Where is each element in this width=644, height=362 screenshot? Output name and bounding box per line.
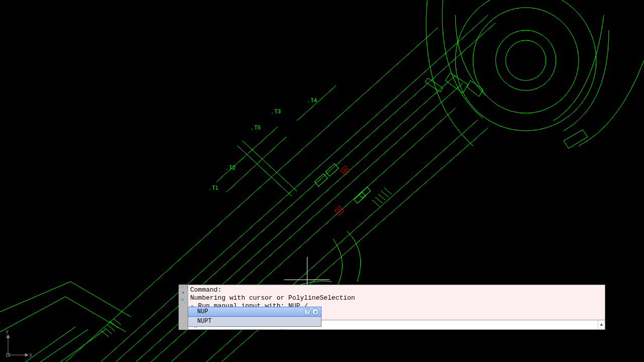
svg-line-29 [111, 322, 118, 328]
command-expand-icon[interactable]: ▲ [598, 320, 605, 329]
point-label-t2: T2 [229, 164, 235, 170]
autocomplete-label: NUP [197, 308, 208, 315]
history-line: Command: [190, 286, 603, 294]
svg-point-1 [506, 40, 546, 80]
history-line: Numbering with cursor or PolylineSelecti… [190, 294, 603, 302]
point-label-t4: T4 [310, 97, 317, 103]
point-dot [308, 102, 309, 103]
autocomplete-item[interactable]: NUPT [188, 316, 321, 326]
svg-line-25 [384, 188, 391, 194]
svg-line-27 [105, 328, 112, 334]
text-caret [282, 329, 282, 336]
point-label-t3: T3 [274, 108, 281, 114]
autocomplete-popup: NUP ? ✦ NUPT [188, 307, 321, 327]
svg-line-22 [375, 197, 382, 203]
svg-point-3 [455, 0, 596, 131]
svg-line-21 [372, 200, 379, 206]
ucs-x-label: X [29, 353, 32, 358]
gutter-grip[interactable] [179, 285, 188, 289]
help-icon[interactable]: ? [304, 308, 311, 315]
svg-marker-33 [25, 353, 28, 356]
point-dot [272, 113, 273, 114]
ucs-y-label: Y [6, 330, 9, 335]
svg-line-30 [114, 319, 121, 325]
globe-icon[interactable]: ✦ [312, 308, 319, 315]
point-dot [209, 189, 210, 190]
svg-point-0 [496, 30, 556, 90]
svg-line-24 [381, 191, 388, 197]
close-icon[interactable]: ✕ [179, 289, 188, 297]
autocomplete-item[interactable]: NUP ? ✦ [188, 307, 321, 317]
svg-line-13 [226, 137, 286, 192]
command-gutter: ✕ 🔧 [179, 285, 188, 330]
svg-rect-17 [314, 174, 328, 187]
svg-line-16 [243, 141, 297, 191]
point-label-t1: T1 [212, 185, 218, 191]
svg-line-14 [297, 85, 336, 121]
ucs-icon: X Y [4, 329, 34, 359]
point-dot [226, 169, 227, 170]
point-dot [252, 129, 253, 130]
svg-line-28 [108, 325, 115, 331]
svg-rect-18 [326, 164, 339, 176]
autocomplete-label: NUPT [197, 318, 212, 325]
svg-line-15 [237, 146, 292, 196]
svg-line-23 [378, 194, 385, 200]
wrench-icon[interactable]: 🔧 [179, 297, 188, 305]
point-label-t5: T5 [254, 124, 261, 130]
svg-line-26 [102, 331, 109, 337]
svg-point-2 [473, 8, 579, 113]
